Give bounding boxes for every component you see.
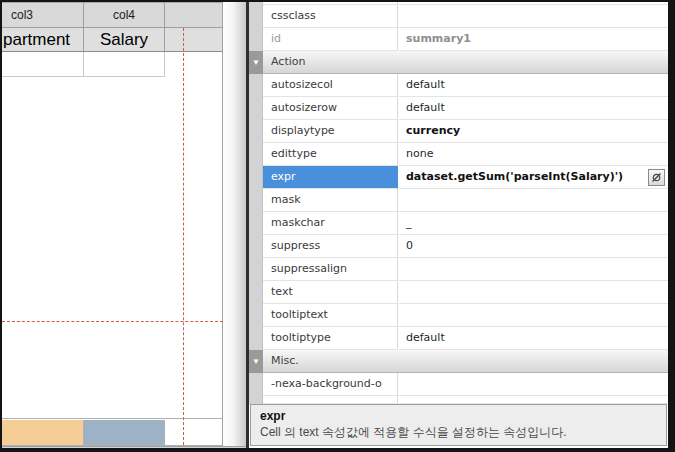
summary-cell-orange[interactable]	[2, 420, 84, 446]
property-row-autosizecol[interactable]: autosizecol default	[263, 74, 668, 97]
description-title: expr	[260, 409, 666, 423]
property-name: tooltiptype	[263, 327, 398, 350]
summary-cell-blue[interactable]	[84, 420, 165, 446]
property-row-tooltiptext[interactable]: tooltiptext	[263, 304, 668, 327]
property-row-maskchar[interactable]: maskchar _	[263, 212, 668, 235]
property-value[interactable]: none	[399, 143, 668, 166]
canvas-edge-shadow	[223, 2, 246, 446]
property-row-edittype[interactable]: edittype none	[263, 143, 668, 166]
property-value[interactable]	[399, 5, 668, 28]
property-name: id	[263, 28, 398, 51]
property-name: mask	[263, 189, 398, 212]
grid-designer-canvas: col3 col4 partment Salary	[2, 2, 246, 448]
grid-body-cell[interactable]	[84, 52, 165, 77]
property-name: cssclass	[263, 5, 398, 28]
summary-cell-empty[interactable]	[165, 420, 223, 446]
property-value[interactable]	[399, 258, 668, 281]
window-border-bottom	[0, 448, 675, 452]
property-value[interactable]	[399, 281, 668, 304]
grid-header-cell-empty[interactable]	[165, 28, 223, 52]
property-value[interactable]: default	[399, 74, 668, 97]
grid-column-header-empty[interactable]	[165, 2, 223, 28]
property-row-displaytype[interactable]: displaytype currency	[263, 120, 668, 143]
ide-screenshot: col3 col4 partment Salary ▼ ▼	[0, 0, 675, 452]
panel-divider[interactable]	[246, 2, 249, 448]
property-name: expr	[263, 166, 398, 189]
property-row-suppress[interactable]: suppress 0	[263, 235, 668, 258]
grid-column-header-col3[interactable]: col3	[2, 2, 84, 28]
section-header-misc[interactable]: Misc.	[263, 350, 668, 373]
property-row-clipped-bottom	[263, 396, 668, 404]
property-value[interactable]	[399, 189, 668, 212]
property-value[interactable]: default	[399, 327, 668, 350]
property-name: suppressalign	[263, 258, 398, 281]
property-value[interactable]: _	[399, 212, 668, 235]
grid-body-cell[interactable]	[2, 52, 84, 77]
property-row-nexa-background[interactable]: -nexa-background-o	[263, 373, 668, 396]
property-name: displaytype	[263, 120, 398, 143]
vertical-guide-line	[183, 28, 184, 445]
description-body: Cell 의 text 속성값에 적용할 수식을 설정하는 속성입니다.	[260, 424, 666, 441]
property-name: suppress	[263, 235, 398, 258]
horizontal-guide-line	[2, 321, 223, 322]
collapse-arrow-icon[interactable]: ▼	[249, 51, 263, 74]
expression-editor-button[interactable]	[648, 169, 665, 186]
grid-header-cell-department[interactable]: partment	[2, 28, 84, 52]
property-value[interactable]: default	[399, 97, 668, 120]
section-header-action[interactable]: Action	[263, 51, 668, 74]
property-row-text[interactable]: text	[263, 281, 668, 304]
grid-header-cell-salary[interactable]: Salary	[84, 28, 165, 52]
property-value[interactable]	[399, 373, 668, 396]
property-row-cssclass[interactable]: cssclass	[263, 5, 668, 28]
footer-band-top-border	[2, 418, 223, 419]
property-value[interactable]	[399, 304, 668, 327]
expr-value-text: dataset.getSum('parseInt(Salary)')	[406, 170, 623, 183]
property-name: tooltiptext	[263, 304, 398, 327]
property-value: summary1	[399, 28, 668, 51]
property-row-suppressalign[interactable]: suppressalign	[263, 258, 668, 281]
property-name: text	[263, 281, 398, 304]
property-description-panel: expr Cell 의 text 속성값에 적용할 수식을 설정하는 속성입니다…	[250, 404, 667, 446]
property-row-expr[interactable]: expr dataset.getSum('parseInt(Salary)')	[263, 166, 668, 189]
window-border-left	[0, 0, 2, 452]
property-name: -nexa-background-o	[263, 373, 398, 396]
property-name: maskchar	[263, 212, 398, 235]
property-name: edittype	[263, 143, 398, 166]
property-name: autosizecol	[263, 74, 398, 97]
property-row-autosizerow[interactable]: autosizerow default	[263, 97, 668, 120]
property-row-id[interactable]: id summary1	[263, 28, 668, 51]
grid-column-header-col4[interactable]: col4	[84, 2, 165, 28]
property-value[interactable]: dataset.getSum('parseInt(Salary)')	[399, 166, 668, 189]
window-border-top	[0, 0, 675, 2]
window-border-right	[668, 0, 675, 452]
property-name: autosizerow	[263, 97, 398, 120]
property-value[interactable]: currency	[399, 120, 668, 143]
collapse-arrow-icon[interactable]: ▼	[249, 350, 263, 373]
property-value[interactable]: 0	[399, 235, 668, 258]
expression-editor-icon	[649, 172, 664, 183]
property-row-mask[interactable]: mask	[263, 189, 668, 212]
property-row-tooltiptype[interactable]: tooltiptype default	[263, 327, 668, 350]
